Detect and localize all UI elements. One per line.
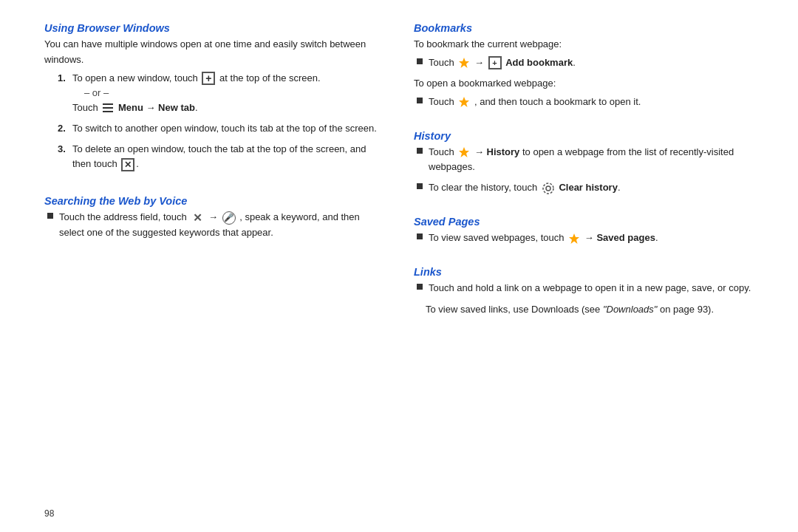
svg-point-4 (543, 183, 553, 194)
history-bullet-1-content: Touch → History to open a webpage from t… (429, 145, 754, 174)
right-column: Bookmarks To bookmark the current webpag… (414, 22, 754, 510)
star-icon-1 (458, 57, 470, 69)
svg-marker-5 (569, 233, 579, 244)
voice-bullet-1: Touch the address field, touch ✕ → 🎤 , s… (47, 210, 384, 239)
voice-bullets: Touch the address field, touch ✕ → 🎤 , s… (44, 210, 384, 239)
or-line: – or – (72, 87, 109, 98)
step-1: 1. To open a new window, touch + at the … (58, 71, 384, 115)
history-bullet-2: To clear the history, touch Clear histor… (417, 180, 754, 195)
step-2-num: 2. (58, 121, 68, 136)
star-icon-4 (568, 233, 580, 245)
bookmarks-bullet-1-list: Touch → + Add bookmark. (414, 55, 754, 70)
links-bullet-1: Touch and hold a link on a webpage to op… (417, 281, 754, 296)
history-bullet-1: Touch → History to open a webpage from t… (417, 145, 754, 174)
bullet-icon (417, 98, 423, 103)
cross-icon: ✕ (191, 211, 204, 225)
section-body-bookmarks: To bookmark the current webpage: Touch →… (414, 37, 754, 109)
step-3: 3. To delete an open window, touch the t… (58, 142, 384, 171)
svg-marker-1 (459, 97, 469, 107)
downloads-italic-label: "Downloads" (603, 304, 658, 315)
page-content: Using Browser Windows You can have multi… (0, 0, 798, 532)
bookmarks-bullet-2-content: Touch , and then touch a bookmark to ope… (429, 95, 641, 109)
bullet-icon (417, 148, 423, 154)
section-body-history: Touch → History to open a webpage from t… (414, 145, 754, 195)
browser-windows-intro: You can have multiple windows open at on… (44, 37, 384, 68)
step-1-content: To open a new window, touch + at the top… (72, 71, 321, 115)
step-2: 2. To switch to another open window, tou… (58, 121, 384, 136)
svg-marker-0 (459, 58, 469, 68)
saved-pages-bullet-1: To view saved webpages, touch → Saved pa… (417, 231, 754, 245)
section-body-voice: Touch the address field, touch ✕ → 🎤 , s… (44, 210, 384, 239)
star-icon-2 (458, 96, 470, 108)
history-label: History (487, 146, 520, 157)
bullet-icon (417, 183, 423, 189)
saved-pages-bullet-1-content: To view saved webpages, touch → Saved pa… (429, 231, 658, 245)
saved-pages-label: Saved pages (596, 232, 655, 243)
step-3-num: 3. (58, 142, 68, 171)
section-title-bookmarks: Bookmarks (414, 22, 754, 34)
section-title-history: History (414, 130, 754, 142)
links-bullets: Touch and hold a link on a webpage to op… (414, 281, 754, 296)
mic-icon: 🎤 (222, 211, 236, 225)
links-bullet-1-content: Touch and hold a link on a webpage to op… (429, 281, 751, 296)
bookmarks-para1: To bookmark the current webpage: (414, 37, 754, 52)
bullet-icon (417, 58, 423, 64)
saved-pages-bullets: To view saved webpages, touch → Saved pa… (414, 231, 754, 245)
bookmarks-bullet-1-content: Touch → + Add bookmark. (429, 55, 576, 70)
bookmarks-bullet-2: Touch , and then touch a bookmark to ope… (417, 95, 754, 109)
bullet-icon (47, 213, 53, 219)
svg-marker-2 (459, 147, 469, 157)
step-3-content: To delete an open window, touch the tab … (72, 142, 384, 171)
x-icon: ✕ (121, 158, 134, 171)
section-using-browser-windows: Using Browser Windows You can have multi… (44, 22, 384, 177)
section-body-browser-windows: You can have multiple windows open at on… (44, 37, 384, 171)
section-body-links: Touch and hold a link on a webpage to op… (414, 281, 754, 317)
bookmarks-bullet-2-list: Touch , and then touch a bookmark to ope… (414, 95, 754, 109)
section-title-saved-pages: Saved Pages (414, 216, 754, 228)
browser-windows-steps: 1. To open a new window, touch + at the … (44, 71, 384, 172)
section-title-browser-windows: Using Browser Windows (44, 22, 384, 34)
clear-history-icon (542, 182, 555, 195)
add-bookmark-label: Add bookmark (505, 57, 573, 68)
voice-bullet-1-content: Touch the address field, touch ✕ → 🎤 , s… (59, 210, 384, 239)
section-links: Links Touch and hold a link on a webpage… (414, 266, 754, 320)
add-bookmark-icon: + (488, 56, 502, 69)
page-number: 98 (44, 508, 54, 519)
svg-point-3 (546, 186, 550, 191)
bookmarks-bullet-1: Touch → + Add bookmark. (417, 55, 754, 70)
section-saved-pages: Saved Pages To view saved webpages, touc… (414, 216, 754, 251)
history-bullet-2-content: To clear the history, touch Clear histor… (429, 180, 621, 195)
links-extra-text: To view saved links, use Downloads (see … (414, 302, 754, 318)
menu-new-tab-label: Menu → New tab (118, 102, 195, 113)
section-searching-voice: Searching the Web by Voice Touch the add… (44, 195, 384, 245)
section-bookmarks: Bookmarks To bookmark the current webpag… (414, 22, 754, 115)
section-title-voice: Searching the Web by Voice (44, 195, 384, 207)
clear-history-label: Clear history (559, 182, 617, 193)
section-history: History Touch → History to open a webpag… (414, 130, 754, 201)
step-1-num: 1. (58, 71, 68, 115)
bookmarks-para2: To open a bookmarked webpage: (414, 76, 754, 92)
section-title-links: Links (414, 266, 754, 278)
star-icon-3 (458, 146, 470, 158)
left-column: Using Browser Windows You can have multi… (44, 22, 384, 510)
section-body-saved-pages: To view saved webpages, touch → Saved pa… (414, 231, 754, 245)
menu-icon (102, 101, 114, 115)
bullet-icon (417, 233, 423, 239)
plus-icon: + (202, 72, 215, 85)
history-bullets: Touch → History to open a webpage from t… (414, 145, 754, 195)
bullet-icon (417, 284, 423, 290)
step-2-content: To switch to another open window, touch … (72, 121, 377, 136)
